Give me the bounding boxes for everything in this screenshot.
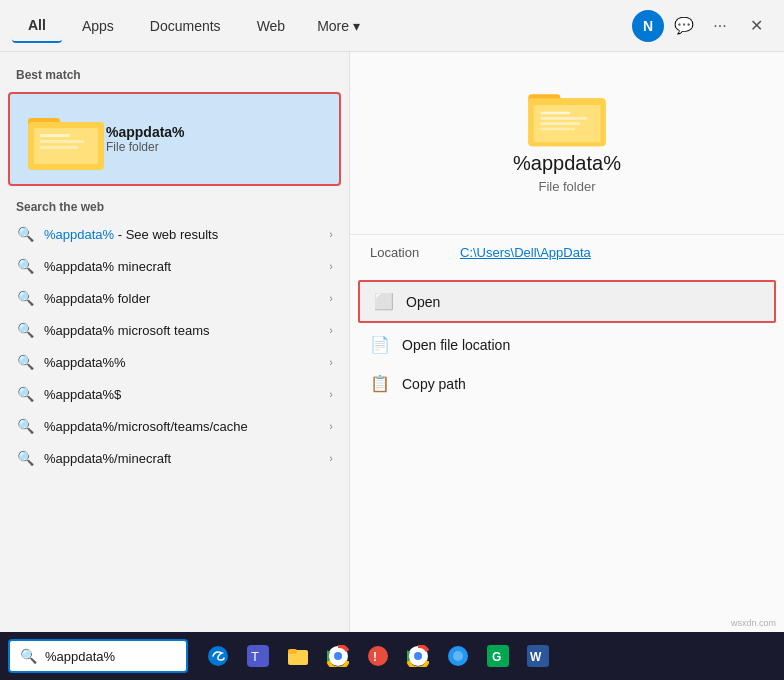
- folder-large-icon: [527, 82, 607, 152]
- svg-rect-19: [288, 649, 297, 654]
- best-match-label: Best match: [0, 64, 349, 88]
- file-location-icon: 📄: [370, 335, 390, 354]
- chevron-down-icon: ▾: [353, 18, 360, 34]
- search-result-text: %appdata% minecraft: [44, 259, 171, 274]
- tab-more[interactable]: More ▾: [305, 10, 372, 42]
- chevron-right-icon: ›: [329, 420, 333, 432]
- list-item[interactable]: 🔍 %appdata% - See web results ›: [0, 218, 349, 250]
- open-label: Open: [406, 294, 440, 310]
- list-item[interactable]: 🔍 %appdata%% ›: [0, 346, 349, 378]
- taskbar-teams[interactable]: T: [240, 638, 276, 674]
- tab-documents[interactable]: Documents: [134, 10, 237, 42]
- location-value[interactable]: C:\Users\Dell\AppData: [460, 245, 591, 260]
- search-icon: 🔍: [16, 354, 34, 370]
- taskbar-search-box[interactable]: 🔍 %appdata%: [8, 639, 188, 673]
- search-result-text: %appdata% folder: [44, 291, 150, 306]
- search-icon: 🔍: [16, 226, 34, 242]
- copy-path-button[interactable]: 📋 Copy path: [350, 364, 784, 403]
- chevron-right-icon: ›: [329, 292, 333, 304]
- chevron-right-icon: ›: [329, 388, 333, 400]
- taskbar-chrome2[interactable]: [400, 638, 436, 674]
- right-panel: %appdata% File folder Location C:\Users\…: [350, 52, 784, 632]
- svg-text:T: T: [251, 649, 259, 664]
- list-item[interactable]: 🔍 %appdata%/microsoft/teams/cache ›: [0, 410, 349, 442]
- svg-text:!: !: [373, 650, 377, 664]
- taskbar: 🔍 %appdata% T ! G W: [0, 632, 784, 680]
- taskbar-search-text: %appdata%: [45, 649, 115, 664]
- more-label: More: [317, 18, 349, 34]
- best-match-type: File folder: [106, 140, 185, 154]
- open-file-location-label: Open file location: [402, 337, 510, 353]
- svg-text:W: W: [530, 650, 542, 664]
- search-icon: 🔍: [16, 290, 34, 306]
- best-match-item[interactable]: %appdata% File folder: [8, 92, 341, 186]
- chevron-right-icon: ›: [329, 260, 333, 272]
- svg-point-25: [414, 652, 422, 660]
- tab-all[interactable]: All: [12, 9, 62, 43]
- location-row: Location C:\Users\Dell\AppData: [350, 234, 784, 270]
- search-result-text: %appdata%%: [44, 355, 126, 370]
- search-web-label: Search the web: [0, 190, 349, 218]
- copy-path-label: Copy path: [402, 376, 466, 392]
- search-icon: 🔍: [16, 322, 34, 338]
- svg-point-27: [453, 651, 463, 661]
- taskbar-notification[interactable]: !: [360, 638, 396, 674]
- list-item[interactable]: 🔍 %appdata% minecraft ›: [0, 250, 349, 282]
- search-result-text: %appdata% microsoft teams: [44, 323, 209, 338]
- taskbar-explorer[interactable]: [280, 638, 316, 674]
- list-item[interactable]: 🔍 %appdata% folder ›: [0, 282, 349, 314]
- close-icon[interactable]: ✕: [740, 10, 772, 42]
- search-icon: 🔍: [16, 386, 34, 402]
- taskbar-edge[interactable]: [200, 638, 236, 674]
- right-title: %appdata%: [513, 152, 621, 175]
- watermark: wsxdn.com: [731, 618, 776, 628]
- svg-rect-11: [540, 112, 570, 115]
- search-icon: 🔍: [16, 258, 34, 274]
- svg-rect-14: [540, 128, 575, 131]
- chevron-right-icon: ›: [329, 452, 333, 464]
- svg-point-22: [368, 646, 388, 666]
- list-item[interactable]: 🔍 %appdata%$ ›: [0, 378, 349, 410]
- chevron-right-icon: ›: [329, 324, 333, 336]
- best-match-name: %appdata%: [106, 124, 185, 140]
- taskbar-app-tray1[interactable]: G: [480, 638, 516, 674]
- location-label: Location: [370, 245, 460, 260]
- taskbar-search-icon: 🔍: [20, 648, 37, 664]
- search-result-text: %appdata% - See web results: [44, 227, 218, 242]
- action-list: ⬜ Open 📄 Open file location 📋 Copy path: [350, 278, 784, 403]
- tab-apps[interactable]: Apps: [66, 10, 130, 42]
- right-detail-header: %appdata% File folder: [350, 52, 784, 234]
- main-container: Best match %appdata% File folder Search …: [0, 52, 784, 632]
- search-icon: 🔍: [16, 418, 34, 434]
- right-subtitle: File folder: [538, 179, 595, 194]
- feedback-icon[interactable]: 💬: [668, 10, 700, 42]
- list-item[interactable]: 🔍 %appdata%/minecraft ›: [0, 442, 349, 474]
- chevron-right-icon: ›: [329, 356, 333, 368]
- svg-rect-5: [40, 140, 84, 143]
- chevron-right-icon: ›: [329, 228, 333, 240]
- svg-rect-4: [40, 134, 70, 137]
- folder-icon: [26, 104, 106, 174]
- copy-icon: 📋: [370, 374, 390, 393]
- taskbar-app-blue[interactable]: [440, 638, 476, 674]
- open-icon: ⬜: [374, 292, 394, 311]
- open-button[interactable]: ⬜ Open: [358, 280, 776, 323]
- taskbar-chrome[interactable]: [320, 638, 356, 674]
- svg-rect-6: [40, 146, 78, 149]
- left-panel: Best match %appdata% File folder Search …: [0, 52, 350, 632]
- tab-web[interactable]: Web: [241, 10, 302, 42]
- taskbar-word[interactable]: W: [520, 638, 556, 674]
- top-nav-bar: All Apps Documents Web More ▾ N 💬 ··· ✕: [0, 0, 784, 52]
- ellipsis-menu[interactable]: ···: [704, 10, 736, 42]
- search-icon: 🔍: [16, 450, 34, 466]
- svg-point-21: [334, 652, 342, 660]
- best-match-text: %appdata% File folder: [106, 124, 185, 154]
- search-result-text: %appdata%$: [44, 387, 121, 402]
- svg-rect-13: [540, 122, 580, 125]
- avatar[interactable]: N: [632, 10, 664, 42]
- svg-text:G: G: [492, 650, 501, 664]
- search-result-text: %appdata%/minecraft: [44, 451, 171, 466]
- list-item[interactable]: 🔍 %appdata% microsoft teams ›: [0, 314, 349, 346]
- open-file-location-button[interactable]: 📄 Open file location: [350, 325, 784, 364]
- search-result-text: %appdata%/microsoft/teams/cache: [44, 419, 248, 434]
